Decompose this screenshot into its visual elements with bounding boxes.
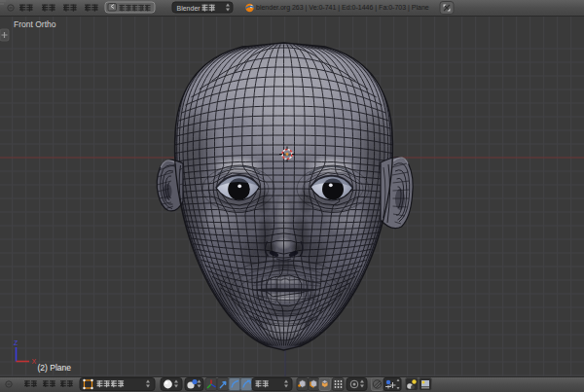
svg-text:Z: Z xyxy=(14,339,18,346)
svg-text:Front Ortho: Front Ortho xyxy=(14,19,56,29)
svg-text:(2) Plane: (2) Plane xyxy=(38,363,72,373)
svg-text:Blender: Blender xyxy=(177,5,201,12)
svg-text:X: X xyxy=(32,358,37,365)
svg-text:blender.org 263 | Ve:0-741 | E: blender.org 263 | Ve:0-741 | Ed:0-1446 |… xyxy=(256,4,429,12)
